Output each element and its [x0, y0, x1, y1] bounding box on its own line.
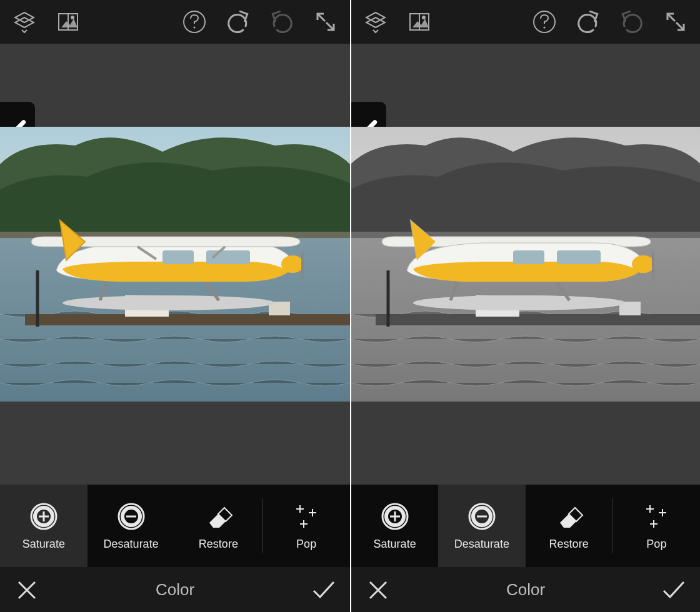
- redo-icon[interactable]: [269, 9, 295, 35]
- editor-canvas[interactable]: [0, 44, 350, 485]
- layers-icon[interactable]: [362, 9, 389, 35]
- tool-desaturate[interactable]: Desaturate: [438, 485, 525, 567]
- mode-title: Color: [40, 580, 310, 600]
- undo-icon[interactable]: [575, 9, 601, 35]
- tool-label: Restore: [199, 538, 238, 551]
- tool-label: Saturate: [22, 538, 65, 551]
- svg-point-47: [413, 295, 626, 310]
- confirm-check-icon[interactable]: [310, 576, 338, 603]
- cancel-x-icon[interactable]: [364, 576, 391, 603]
- image-picker-icon[interactable]: [406, 9, 432, 35]
- eraser-icon: [554, 501, 584, 531]
- svg-rect-44: [513, 250, 544, 264]
- redo-icon[interactable]: [619, 9, 645, 35]
- editor-canvas[interactable]: [351, 44, 700, 485]
- cancel-x-icon[interactable]: [12, 576, 40, 603]
- eraser-icon: [203, 501, 233, 531]
- confirm-check-icon[interactable]: [660, 576, 688, 603]
- tool-restore[interactable]: Restore: [175, 485, 262, 567]
- undo-icon[interactable]: [225, 9, 251, 35]
- saturate-plus-icon: [380, 501, 410, 531]
- bottom-bar: Color: [351, 567, 700, 612]
- editor-panel-right: Saturate Desaturate Restore Pop Color: [350, 0, 700, 612]
- desaturate-minus-icon: [116, 501, 146, 531]
- tool-restore[interactable]: Restore: [526, 485, 612, 567]
- tool-label: Restore: [549, 538, 589, 551]
- layers-icon[interactable]: [11, 9, 38, 35]
- tool-label: Desaturate: [454, 538, 509, 551]
- help-icon[interactable]: [181, 9, 208, 35]
- tool-saturate[interactable]: Saturate: [351, 485, 438, 567]
- svg-point-45: [632, 255, 654, 273]
- tool-saturate[interactable]: Saturate: [0, 485, 88, 567]
- tool-strip: Saturate Desaturate Restore Pop: [351, 485, 700, 567]
- tool-pop[interactable]: Pop: [262, 485, 350, 567]
- tool-label: Desaturate: [104, 538, 159, 551]
- fullscreen-icon[interactable]: [662, 9, 689, 35]
- edited-image: [351, 127, 700, 402]
- tool-label: Pop: [646, 538, 666, 551]
- edited-image: [0, 127, 350, 402]
- desaturate-minus-icon: [467, 501, 497, 531]
- sparkle-icon: [291, 501, 321, 531]
- tool-desaturate[interactable]: Desaturate: [88, 485, 175, 567]
- editor-panel-left: Saturate Desaturate Restore Pop Color: [0, 0, 350, 612]
- fullscreen-icon[interactable]: [312, 9, 339, 35]
- top-toolbar: [0, 0, 350, 44]
- svg-rect-46: [652, 252, 654, 279]
- top-toolbar: [351, 0, 700, 44]
- tool-label: Saturate: [374, 538, 416, 551]
- sparkle-icon: [641, 501, 671, 531]
- image-picker-icon[interactable]: [55, 9, 81, 35]
- tool-label: Pop: [296, 538, 316, 551]
- mode-title: Color: [391, 580, 660, 600]
- svg-rect-43: [557, 250, 601, 264]
- tool-strip: Saturate Desaturate Restore Pop: [0, 485, 350, 567]
- bottom-bar: Color: [0, 567, 350, 612]
- saturate-plus-icon: [29, 501, 59, 531]
- help-icon[interactable]: [531, 9, 558, 35]
- tool-pop[interactable]: Pop: [613, 485, 700, 567]
